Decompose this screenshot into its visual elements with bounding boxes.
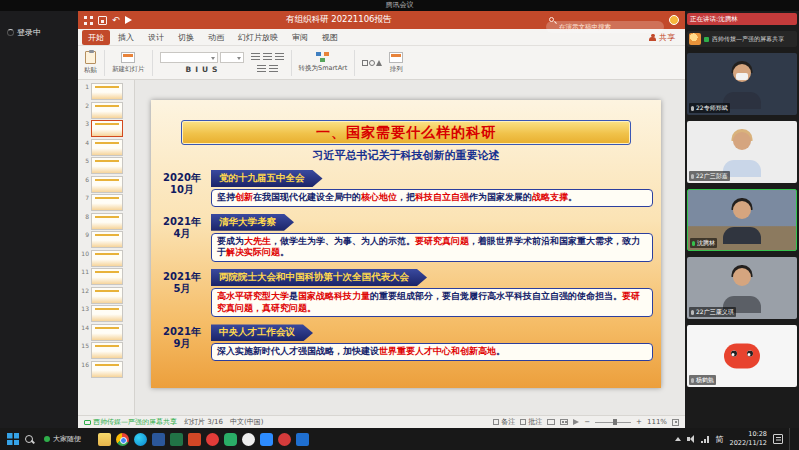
row-3-date-year: 2021年 xyxy=(157,271,207,283)
tab-动画[interactable]: 动画 xyxy=(202,30,230,45)
chrome-icon[interactable] xyxy=(116,433,129,446)
show-desktop-button[interactable] xyxy=(789,428,792,450)
wps-icon[interactable] xyxy=(206,433,219,446)
network-icon[interactable] xyxy=(701,435,710,443)
slide-thumbnail-2[interactable]: 2 xyxy=(80,102,132,119)
participant-video-3-speaking[interactable]: 沈腾林 xyxy=(687,189,797,251)
volume-icon[interactable] xyxy=(687,435,695,443)
align-right-icon[interactable] xyxy=(275,53,284,61)
font-size-select[interactable] xyxy=(220,52,244,63)
slide-thumbnail-4[interactable]: 4 xyxy=(80,139,132,156)
zoom-slider-thumb[interactable] xyxy=(613,419,617,425)
notes-toggle[interactable]: 备注 xyxy=(493,417,515,427)
qq-icon[interactable] xyxy=(242,433,255,446)
tab-设计[interactable]: 设计 xyxy=(142,30,170,45)
slideshow-from-start-icon[interactable] xyxy=(125,16,132,24)
excel-icon[interactable] xyxy=(170,433,183,446)
share-button[interactable]: 共享 xyxy=(643,32,681,43)
slide-sorter-view-icon[interactable] xyxy=(560,419,568,425)
mail-icon[interactable] xyxy=(296,433,309,446)
face-mask xyxy=(736,73,748,80)
smartart-button[interactable]: 转换为SmartArt xyxy=(299,52,348,73)
meeting-quickbar[interactable]: 大家随便 xyxy=(40,434,85,444)
loading-spinner-icon xyxy=(7,29,14,36)
presentation-search-input[interactable] xyxy=(546,21,664,33)
slide-thumbnail-9[interactable]: 9 xyxy=(80,231,132,248)
wechat-icon[interactable] xyxy=(224,433,237,446)
taskbar-search-icon[interactable] xyxy=(24,434,35,445)
ime-indicator[interactable]: 简 xyxy=(716,434,724,445)
language-indicator[interactable]: 中文(中国) xyxy=(230,417,263,427)
slide-title-banner: 一、国家需要什么样的科研 xyxy=(181,120,631,145)
arrange-icon xyxy=(389,52,403,63)
sharer-row[interactable]: 西帅传媒—严强的屏幕共享 xyxy=(687,31,797,47)
row-2-header: 清华大学考察 xyxy=(211,214,294,231)
font-name-select[interactable] xyxy=(160,52,218,63)
undo-icon[interactable]: ↶ xyxy=(112,16,120,25)
participant-video-1[interactable]: 22专师郑斌 xyxy=(687,53,797,115)
tab-视图[interactable]: 视图 xyxy=(316,30,344,45)
tab-插入[interactable]: 插入 xyxy=(112,30,140,45)
align-center-icon[interactable] xyxy=(263,53,272,61)
slide-thumbnail-1[interactable]: 1 xyxy=(80,83,132,100)
format-b-button[interactable]: B xyxy=(185,65,191,74)
slide-canvas[interactable]: 一、国家需要什么样的科研 习近平总书记关于科技创新的重要论述 2020年 10月… xyxy=(151,100,661,388)
participant-video-4[interactable]: 22广三康义琪 xyxy=(687,257,797,319)
format-s-button[interactable]: S xyxy=(212,65,217,74)
meeting-active-icon xyxy=(44,436,50,442)
save-icon[interactable] xyxy=(98,16,107,25)
tab-审阅[interactable]: 审阅 xyxy=(286,30,314,45)
meeting-quickbar-label: 大家随便 xyxy=(53,434,81,444)
align-left-icon[interactable] xyxy=(251,53,260,61)
slide-thumbnail-8[interactable]: 8 xyxy=(80,213,132,230)
arrange-button[interactable]: 排列 xyxy=(389,52,403,74)
normal-view-icon[interactable] xyxy=(547,419,555,425)
slide-thumbnail-12[interactable]: 12 xyxy=(80,287,132,304)
comments-toggle[interactable]: 批注 xyxy=(520,417,542,427)
slide-thumbnail-15[interactable]: 15 xyxy=(80,342,132,359)
participant-video-5[interactable]: 杨鹤勉 xyxy=(687,325,797,387)
meeting-app-icon[interactable] xyxy=(260,433,273,446)
slide-thumbnail-13[interactable]: 13 xyxy=(80,305,132,322)
music-icon[interactable] xyxy=(278,433,291,446)
bullets-icon[interactable] xyxy=(257,65,266,73)
account-avatar[interactable] xyxy=(669,15,679,25)
slide-thumbnail-14[interactable]: 14 xyxy=(80,324,132,341)
tab-开始[interactable]: 开始 xyxy=(82,30,110,45)
row-4-body: 深入实施新时代人才强国战略，加快建设世界重要人才中心和创新高地。 xyxy=(211,343,653,361)
explorer-icon[interactable] xyxy=(98,433,111,446)
workspace: 12345678910111213141516 一、国家需要什么样的科研 习近平… xyxy=(78,80,685,415)
participant-video-2[interactable]: 22广三彭嘉 xyxy=(687,121,797,183)
row-3-body: 高水平研究型大学是国家战略科技力量的重要组成部分，要自觉履行高水平科技自立自强的… xyxy=(211,288,653,317)
format-u-button[interactable]: U xyxy=(202,65,208,74)
quick-access-menu-icon[interactable] xyxy=(84,16,93,25)
slide-thumbnail-10[interactable]: 10 xyxy=(80,250,132,267)
numbering-icon[interactable] xyxy=(269,65,278,73)
taskbar-clock[interactable]: 10:28 2022/11/12 xyxy=(730,430,767,448)
slide-thumbnail-11[interactable]: 11 xyxy=(80,268,132,285)
zoom-out-button[interactable]: − xyxy=(584,418,590,426)
slide-thumbnail-16[interactable]: 16 xyxy=(80,361,132,378)
mic-muted-icon xyxy=(691,174,694,179)
slide-thumbnail-5[interactable]: 5 xyxy=(80,157,132,174)
slide-thumbnail-6[interactable]: 6 xyxy=(80,176,132,193)
word-icon[interactable] xyxy=(152,433,165,446)
shapes-gallery[interactable] xyxy=(362,60,382,66)
slide-thumbnail-7[interactable]: 7 xyxy=(80,194,132,211)
fit-to-window-icon[interactable] xyxy=(672,419,679,426)
tray-expand-icon[interactable] xyxy=(675,437,681,441)
zoom-in-button[interactable]: + xyxy=(636,418,642,426)
start-button-icon[interactable] xyxy=(7,433,19,445)
action-center-icon[interactable] xyxy=(773,434,783,444)
left-background-panel: 登录中 xyxy=(0,11,78,428)
edge-icon[interactable] xyxy=(134,433,147,446)
slideshow-view-icon[interactable] xyxy=(573,419,579,425)
new-slide-button[interactable]: 新建幻灯片 xyxy=(112,52,145,74)
paste-button[interactable]: 粘贴 xyxy=(84,51,97,75)
format-i-button[interactable]: I xyxy=(195,65,198,74)
tab-切换[interactable]: 切换 xyxy=(172,30,200,45)
powerpoint-icon[interactable] xyxy=(188,433,201,446)
zoom-slider[interactable] xyxy=(595,422,631,423)
slide-thumbnail-3[interactable]: 3 xyxy=(80,120,132,137)
tab-幻灯片放映[interactable]: 幻灯片放映 xyxy=(232,30,284,45)
